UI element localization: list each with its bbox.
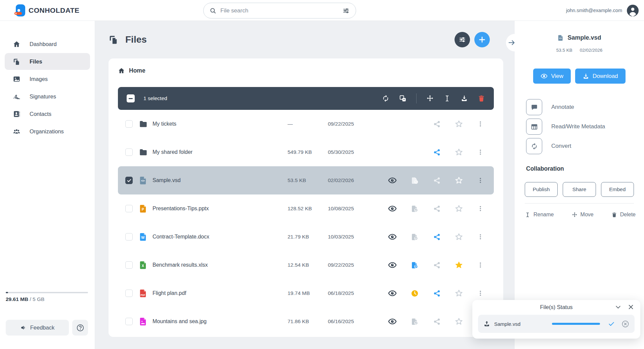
star-icon[interactable] xyxy=(454,289,464,298)
chevron-down-icon[interactable] xyxy=(615,304,621,310)
preview-eye-icon[interactable] xyxy=(388,232,397,242)
file-search-box[interactable] xyxy=(203,3,356,18)
row-checkbox[interactable] xyxy=(125,233,133,241)
sidebar-item-dashboard[interactable]: Dashboard xyxy=(5,36,90,52)
upload-status-item: Sample.vsd xyxy=(478,315,635,333)
download-label: Download xyxy=(593,73,618,80)
preview-eye-icon[interactable] xyxy=(388,317,397,326)
sidebar-item-images[interactable]: Images xyxy=(5,71,90,87)
list-settings-button[interactable] xyxy=(455,32,470,47)
upload-progress-bar xyxy=(552,323,600,325)
row-checkbox[interactable] xyxy=(125,318,133,325)
file-name[interactable]: Presentations-Tips.pptx xyxy=(153,206,288,212)
file-row[interactable]: My shared folder549.79 KB05/30/2025 xyxy=(118,138,494,166)
search-input[interactable] xyxy=(220,7,338,14)
file-name[interactable]: Sample.vsd xyxy=(153,177,288,183)
file-name[interactable]: Flight plan.pdf xyxy=(153,290,288,296)
file-name[interactable]: Mountains and sea.jpg xyxy=(153,318,288,324)
row-menu-kebab-icon[interactable] xyxy=(476,260,484,270)
star-icon[interactable] xyxy=(454,232,464,242)
share-icon[interactable] xyxy=(432,176,441,185)
share-icon[interactable] xyxy=(432,289,441,298)
delete-toolbar-icon[interactable] xyxy=(478,95,485,102)
row-checkbox[interactable] xyxy=(125,205,133,212)
row-checkbox[interactable] xyxy=(125,148,133,156)
star-icon[interactable] xyxy=(454,147,464,157)
doc-check-icon[interactable] xyxy=(410,317,419,326)
refresh-icon[interactable] xyxy=(382,95,389,102)
move-icon[interactable] xyxy=(426,95,434,102)
share-button[interactable]: Share xyxy=(563,182,596,197)
preview-eye-icon[interactable] xyxy=(388,204,397,213)
publish-button[interactable]: Publish xyxy=(525,182,558,197)
row-menu-kebab-icon[interactable] xyxy=(476,119,484,129)
move-op[interactable]: Move xyxy=(572,212,594,218)
doc-check-icon[interactable] xyxy=(410,204,419,213)
read-write-metadata-action[interactable]: Read/Write Metadata xyxy=(526,119,605,135)
row-menu-kebab-icon[interactable] xyxy=(476,289,484,298)
download-toolbar-icon[interactable] xyxy=(461,95,468,102)
row-checkbox[interactable] xyxy=(125,120,133,128)
row-menu-kebab-icon[interactable] xyxy=(476,232,484,242)
share-icon[interactable] xyxy=(432,119,441,129)
row-checkbox[interactable] xyxy=(125,290,133,297)
brand-logo[interactable]: CONHOLDATE xyxy=(14,4,80,17)
sidebar-item-contacts[interactable]: Contacts xyxy=(5,105,90,122)
rename-op[interactable]: Rename xyxy=(525,212,554,218)
doc-check-icon[interactable] xyxy=(410,260,419,270)
share-icon[interactable] xyxy=(432,204,441,213)
file-row[interactable]: <>Sample.vsd53.5 KB02/02/2026 xyxy=(118,166,494,194)
embed-button[interactable]: Embed xyxy=(601,182,634,197)
share-icon[interactable] xyxy=(432,260,441,270)
file-name[interactable]: Contract-Template.docx xyxy=(153,234,288,240)
doc-check-icon[interactable] xyxy=(410,176,419,185)
row-menu-kebab-icon[interactable] xyxy=(476,204,484,213)
transfer-icon[interactable] xyxy=(399,95,406,102)
share-icon[interactable] xyxy=(432,317,441,326)
annotate-action[interactable]: Annotate xyxy=(526,99,605,115)
preview-eye-icon[interactable] xyxy=(388,289,397,298)
sidebar-item-organizations[interactable]: Organizations xyxy=(5,123,90,140)
file-row[interactable]: PPresentations-Tips.pptx128.52 KB10/08/2… xyxy=(118,194,494,223)
download-button[interactable]: Download xyxy=(575,69,626,84)
row-menu-kebab-icon[interactable] xyxy=(476,147,484,157)
file-name[interactable]: My tickets xyxy=(153,121,288,127)
row-checkbox[interactable] xyxy=(125,261,133,269)
rename-toolbar-icon[interactable] xyxy=(443,95,451,102)
preview-eye-icon[interactable] xyxy=(388,176,397,185)
feedback-button[interactable]: Feedback xyxy=(6,320,69,336)
cancel-upload-icon[interactable] xyxy=(621,320,629,328)
star-icon[interactable] xyxy=(454,119,464,129)
search-filter-icon[interactable] xyxy=(342,7,350,14)
file-row[interactable]: WContract-Template.docx21.79 KB10/03/202… xyxy=(118,223,494,251)
sidebar-item-files[interactable]: Files xyxy=(5,53,90,70)
help-button[interactable] xyxy=(72,320,88,336)
add-file-button[interactable] xyxy=(474,32,490,47)
view-button[interactable]: View xyxy=(533,69,571,84)
pending-clock-icon[interactable] xyxy=(410,289,419,298)
row-checkbox[interactable] xyxy=(125,177,133,184)
file-row[interactable]: PDFFlight plan.pdf19.74 MB06/18/2025 xyxy=(118,279,494,307)
close-icon[interactable] xyxy=(628,304,634,310)
file-name[interactable]: My shared folder xyxy=(153,149,288,155)
star-icon[interactable] xyxy=(454,176,464,185)
star-icon[interactable] xyxy=(454,204,464,213)
file-row[interactable]: My tickets—09/22/2025 xyxy=(118,110,494,138)
file-row[interactable]: XBenchmark results.xlsx12.54 KB09/22/202… xyxy=(118,251,494,279)
star-icon[interactable] xyxy=(454,260,464,270)
share-icon[interactable] xyxy=(432,147,441,157)
file-name[interactable]: Benchmark results.xlsx xyxy=(153,262,288,268)
delete-op[interactable]: Delete xyxy=(611,212,636,218)
user-avatar[interactable] xyxy=(627,5,639,16)
sidebar-item-signatures[interactable]: Signatures xyxy=(5,88,90,105)
select-all-checkbox[interactable] xyxy=(127,94,135,102)
doc-check-icon[interactable] xyxy=(410,232,419,242)
preview-eye-icon[interactable] xyxy=(388,260,397,270)
share-icon[interactable] xyxy=(432,232,441,242)
breadcrumb[interactable]: Home xyxy=(118,67,145,74)
star-icon[interactable] xyxy=(454,317,464,326)
file-date: 09/22/2025 xyxy=(328,262,372,268)
convert-action[interactable]: Convert xyxy=(526,138,605,154)
file-row[interactable]: Mountains and sea.jpg71.86 KB06/16/2025 xyxy=(118,307,494,336)
row-menu-kebab-icon[interactable] xyxy=(476,176,484,185)
